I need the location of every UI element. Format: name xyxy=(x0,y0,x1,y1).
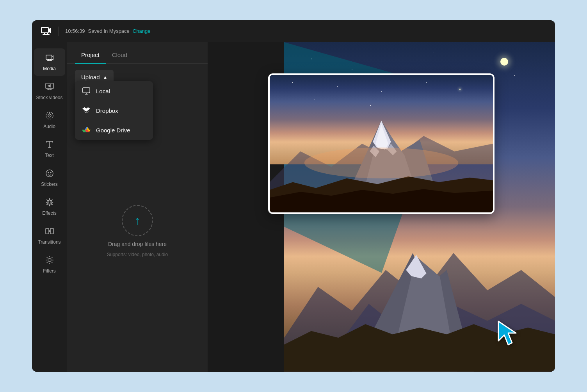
dropbox-icon xyxy=(82,106,91,115)
main-content: Media Stock videos xyxy=(32,42,555,372)
text-icon xyxy=(45,140,54,150)
svg-rect-0 xyxy=(41,27,48,33)
panel-area: Project Cloud Upload ▲ Local xyxy=(67,42,208,372)
sidebar-item-stickers[interactable]: Stickers xyxy=(34,164,65,191)
sidebar-item-label: Stickers xyxy=(41,182,58,187)
sidebar-item-label: Stock videos xyxy=(36,95,62,100)
dropdown-item-label: Dropbox xyxy=(96,107,118,114)
sidebar: Media Stock videos xyxy=(32,42,67,372)
stock-videos-icon xyxy=(45,82,54,93)
moon xyxy=(500,58,508,66)
sidebar-item-label: Filters xyxy=(43,268,56,274)
panel-tabs: Project Cloud xyxy=(67,42,208,64)
svg-point-20 xyxy=(50,172,51,173)
drop-zone-main-text: Drag and drop files here xyxy=(108,241,167,247)
app-logo xyxy=(40,25,52,37)
app-window: 10:56:39 Saved in Myspace Change Media xyxy=(32,20,555,372)
framed-preview-image xyxy=(268,73,495,214)
tab-project[interactable]: Project xyxy=(75,48,106,64)
sidebar-item-stock-videos[interactable]: Stock videos xyxy=(34,77,65,105)
effects-icon xyxy=(45,198,54,208)
sidebar-item-label: Effects xyxy=(42,210,56,216)
frame-background xyxy=(270,75,493,212)
google-drive-icon xyxy=(82,126,91,134)
top-bar-divider xyxy=(59,27,59,36)
svg-point-19 xyxy=(48,172,49,173)
svg-rect-4 xyxy=(46,55,52,59)
change-link[interactable]: Change xyxy=(133,28,151,34)
svg-point-28 xyxy=(304,148,458,178)
top-bar: 10:56:39 Saved in Myspace Change xyxy=(32,20,555,42)
sidebar-item-filters[interactable]: Filters xyxy=(34,251,65,278)
dropdown-item-dropbox[interactable]: Dropbox xyxy=(75,101,153,120)
timestamp: 10:56:39 xyxy=(65,28,85,34)
upload-label: Upload xyxy=(81,74,100,80)
audio-icon xyxy=(45,111,54,121)
svg-point-18 xyxy=(46,170,53,177)
chevron-up-icon: ▲ xyxy=(103,75,108,80)
save-info: 10:56:39 Saved in Myspace Change xyxy=(65,28,150,34)
tab-cloud[interactable]: Cloud xyxy=(106,48,133,64)
dropdown-item-label: Local xyxy=(96,88,110,94)
sidebar-item-label: Text xyxy=(45,153,53,158)
sidebar-item-label: Media xyxy=(43,66,56,71)
sidebar-item-transitions[interactable]: Transitions xyxy=(34,222,65,249)
sidebar-item-media[interactable]: Media xyxy=(34,48,65,76)
sidebar-item-label: Transitions xyxy=(38,239,60,245)
sidebar-item-audio[interactable]: Audio xyxy=(34,106,65,134)
filters-icon xyxy=(45,255,54,266)
sidebar-item-label: Audio xyxy=(43,124,55,129)
dropdown-item-label: Google Drive xyxy=(96,127,130,134)
transitions-icon xyxy=(45,226,54,237)
drop-zone-circle: ↑ xyxy=(122,205,153,236)
cursor-arrow xyxy=(496,319,524,348)
svg-point-23 xyxy=(48,258,51,262)
media-icon xyxy=(45,53,54,64)
dropdown-item-local[interactable]: Local xyxy=(75,81,153,101)
save-status: Saved in Myspace xyxy=(88,28,130,34)
upload-arrow-icon: ↑ xyxy=(134,214,141,228)
upload-dropdown: Local Dropbox xyxy=(75,81,153,140)
drop-zone-sub-text: Supports: video, photo, audio xyxy=(107,252,168,257)
dropdown-item-google-drive[interactable]: Google Drive xyxy=(75,120,153,140)
svg-rect-21 xyxy=(46,228,49,234)
sidebar-item-text[interactable]: Text xyxy=(34,135,65,162)
sidebar-item-effects[interactable]: Effects xyxy=(34,193,65,220)
stickers-icon xyxy=(45,169,54,179)
svg-rect-24 xyxy=(83,88,90,93)
player-area: Player xyxy=(208,42,555,372)
monitor-icon xyxy=(82,87,91,95)
